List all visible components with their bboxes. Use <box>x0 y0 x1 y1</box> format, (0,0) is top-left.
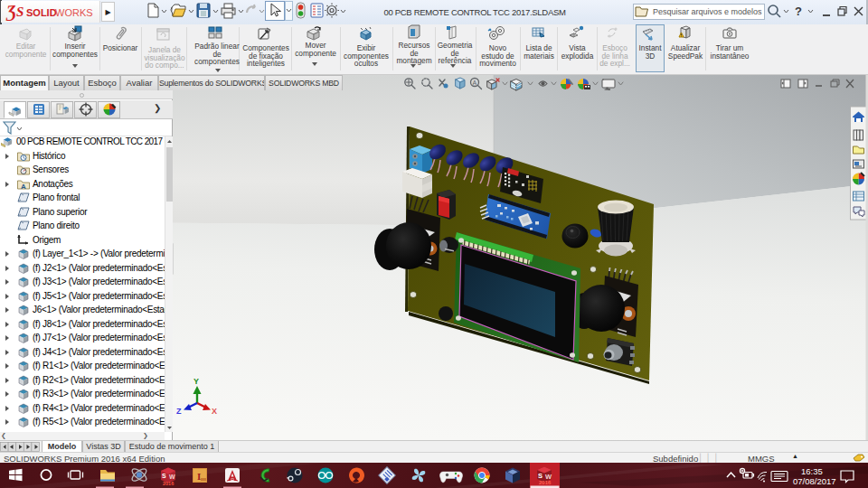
svg-text:07/08/2017: 07/08/2017 <box>793 476 836 486</box>
svg-text:16:35: 16:35 <box>801 466 823 476</box>
svg-text:SOLID: SOLID <box>26 7 57 18</box>
svg-text:A: A <box>21 182 26 190</box>
svg-text:2016: 2016 <box>539 480 552 485</box>
svg-text:Ʒ: Ʒ <box>5 3 17 21</box>
svg-text:S: S <box>16 5 24 19</box>
svg-text:WORKS: WORKS <box>55 7 93 18</box>
svg-text:W: W <box>169 474 175 480</box>
svg-text:2016: 2016 <box>163 481 174 486</box>
svg-text:?: ? <box>795 5 802 18</box>
svg-text:S: S <box>162 473 166 479</box>
svg-text:Z: Z <box>176 407 182 416</box>
svg-text:Y: Y <box>193 377 199 386</box>
svg-text:S: S <box>538 472 542 480</box>
svg-text:I: I <box>197 471 201 482</box>
svg-text:X: X <box>212 407 217 416</box>
svg-text:A: A <box>473 80 477 86</box>
